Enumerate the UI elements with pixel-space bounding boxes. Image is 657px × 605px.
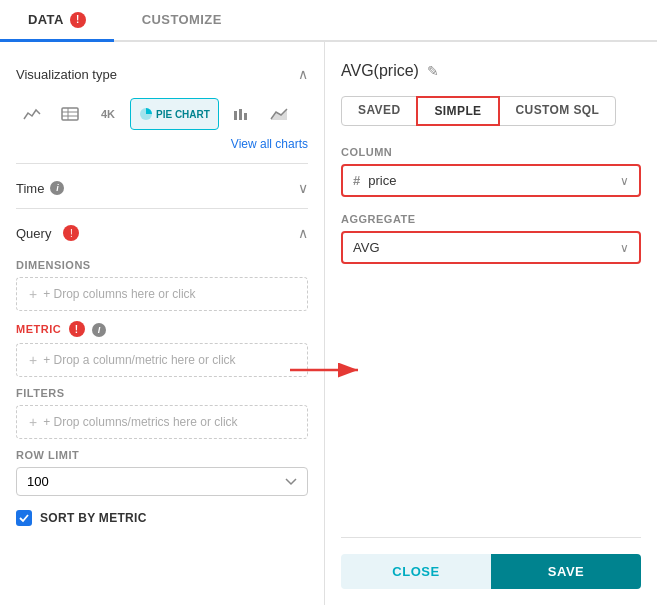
time-section: Time i ∨: [16, 163, 308, 204]
metric-label: METRIC ! i: [16, 321, 308, 337]
right-panel: AVG(price) ✎ SAVED SIMPLE CUSTOM SQL COL…: [325, 42, 657, 605]
time-section-header[interactable]: Time i ∨: [16, 172, 308, 204]
filters-drop-zone[interactable]: + + Drop columns/metrics here or click: [16, 405, 308, 439]
viz-icon-line[interactable]: [16, 98, 48, 130]
viz-type-title: Visualization type: [16, 67, 117, 82]
tab-data-label: DATA: [28, 12, 64, 27]
metric-badge: !: [69, 321, 85, 337]
edit-icon[interactable]: ✎: [427, 63, 439, 79]
metric-tab-custom-sql[interactable]: CUSTOM SQL: [499, 96, 617, 126]
metric-placeholder: + Drop a column/metric here or click: [43, 353, 235, 367]
dimensions-placeholder: + Drop columns here or click: [43, 287, 195, 301]
row-limit-label: ROW LIMIT: [16, 449, 308, 461]
main-content: Visualization type ∧ 4K PIE CHART: [0, 42, 657, 605]
left-panel: Visualization type ∧ 4K PIE CHART: [0, 42, 325, 605]
query-title: Query !: [16, 225, 79, 241]
viz-type-chevron-icon: ∧: [298, 66, 308, 82]
column-field-label: COLUMN: [341, 146, 641, 158]
viz-type-section-header[interactable]: Visualization type ∧: [16, 58, 308, 90]
sort-by-metric-checkbox[interactable]: [16, 510, 32, 526]
save-button[interactable]: SAVE: [491, 554, 641, 589]
tab-data[interactable]: DATA !: [0, 0, 114, 42]
column-value: price: [368, 173, 396, 188]
dimensions-label: DIMENSIONS: [16, 259, 308, 271]
time-info-icon: i: [50, 181, 64, 195]
viz-icon-area[interactable]: [263, 98, 295, 130]
metric-tab-saved[interactable]: SAVED: [341, 96, 417, 126]
svg-rect-0: [62, 108, 78, 120]
panel-title: AVG(price) ✎: [341, 62, 641, 80]
sort-by-metric-label: SORT BY METRIC: [40, 511, 147, 525]
hash-icon: #: [353, 173, 360, 188]
aggregate-chevron-icon: ∨: [620, 241, 629, 255]
svg-rect-5: [234, 111, 237, 120]
metric-tab-simple[interactable]: SIMPLE: [416, 96, 499, 126]
metric-info-icon: i: [92, 323, 106, 337]
view-all-charts-link[interactable]: View all charts: [231, 137, 308, 151]
buttons-row: CLOSE SAVE: [341, 537, 641, 589]
viz-icon-4k[interactable]: 4K: [92, 98, 124, 130]
tab-customize-label: CUSTOMIZE: [142, 12, 222, 27]
tab-data-badge: !: [70, 12, 86, 28]
view-all-charts[interactable]: View all charts: [16, 134, 308, 159]
query-badge: !: [63, 225, 79, 241]
filters-placeholder: + Drop columns/metrics here or click: [43, 415, 237, 429]
viz-type-row: 4K PIE CHART: [16, 90, 308, 134]
filters-label: FILTERS: [16, 387, 308, 399]
row-limit-select[interactable]: 100 200 500: [16, 467, 308, 496]
viz-icon-bar[interactable]: [225, 98, 257, 130]
viz-icon-pie[interactable]: PIE CHART: [130, 98, 219, 130]
query-section-header[interactable]: Query ! ∧: [16, 217, 308, 249]
close-button[interactable]: CLOSE: [341, 554, 491, 589]
tab-customize[interactable]: CUSTOMIZE: [114, 0, 250, 42]
aggregate-select[interactable]: AVG ∨: [341, 231, 641, 264]
query-chevron-icon: ∧: [298, 225, 308, 241]
pie-chart-label: PIE CHART: [156, 109, 210, 120]
svg-rect-7: [244, 113, 247, 120]
aggregate-value: AVG: [353, 240, 380, 255]
column-select[interactable]: # price ∨: [341, 164, 641, 197]
time-chevron-icon: ∨: [298, 180, 308, 196]
sort-by-metric-row: SORT BY METRIC: [16, 510, 308, 526]
aggregate-field-label: AGGREGATE: [341, 213, 641, 225]
tabs-bar: DATA ! CUSTOMIZE: [0, 0, 657, 42]
metric-tabs: SAVED SIMPLE CUSTOM SQL: [341, 96, 641, 126]
query-section: Query ! ∧ DIMENSIONS + + Drop columns he…: [16, 208, 308, 526]
metric-drop-zone[interactable]: + + Drop a column/metric here or click: [16, 343, 308, 377]
time-title: Time i: [16, 181, 64, 196]
dimensions-drop-zone[interactable]: + + Drop columns here or click: [16, 277, 308, 311]
viz-icon-table[interactable]: [54, 98, 86, 130]
svg-rect-6: [239, 109, 242, 120]
column-select-chevron-icon: ∨: [620, 174, 629, 188]
